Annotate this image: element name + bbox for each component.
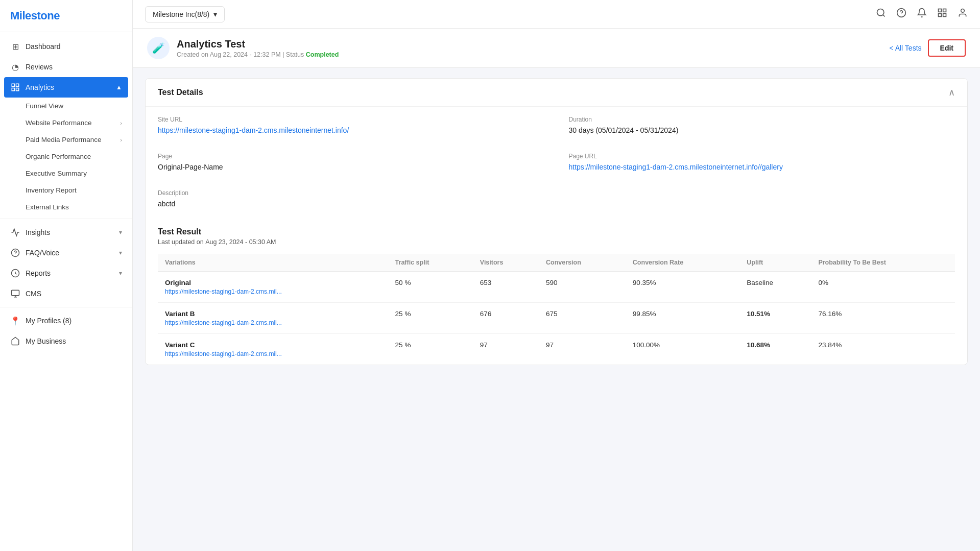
page-content: 🧪 Analytics Test Created on Aug 22, 2024…	[133, 29, 980, 551]
cell-traffic-0: 50 %	[388, 272, 473, 303]
duration-block: Duration 30 days (05/01/2024 - 05/31/202…	[557, 107, 968, 143]
site-url-block: Site URL https://milestone-staging1-dam-…	[146, 107, 557, 143]
my-profiles-icon: 📍	[10, 316, 20, 326]
reports-label: Reports	[26, 269, 114, 277]
sidebar-item-paid-media[interactable]: Paid Media Performance ›	[0, 131, 132, 148]
page-url-block: Page URL https://milestone-staging1-dam-…	[557, 143, 968, 180]
page-label: Page	[158, 153, 544, 160]
sidebar-item-analytics[interactable]: Analytics ▲	[4, 77, 128, 98]
website-perf-chevron-icon: ›	[120, 120, 122, 126]
sidebar-item-reviews[interactable]: ◔ Reviews	[0, 57, 132, 77]
edit-button[interactable]: Edit	[928, 39, 966, 57]
status-badge: Completed	[306, 51, 339, 58]
svg-rect-3	[16, 88, 19, 91]
page-url-value[interactable]: https://milestone-staging1-dam-2.cms.mil…	[569, 163, 955, 171]
collapse-icon[interactable]: ∧	[948, 87, 955, 98]
help-icon[interactable]	[896, 8, 906, 20]
col-uplift: Uplift	[739, 254, 811, 272]
variation-name-2: Variant C	[165, 341, 381, 349]
sidebar-item-dashboard[interactable]: ⊞ Dashboard	[0, 36, 132, 57]
company-name: Milestone Inc(8/8)	[153, 10, 209, 18]
results-table: Variations Traffic split Visitors Conver…	[158, 254, 955, 365]
svg-rect-14	[939, 9, 942, 12]
svg-rect-15	[943, 9, 946, 12]
analytics-subnav: Funnel View Website Performance › Paid M…	[0, 98, 132, 215]
cms-label: CMS	[26, 290, 122, 298]
cell-visitors-2: 97	[473, 334, 539, 365]
topbar-icons	[876, 8, 968, 20]
page-url-label: Page URL	[569, 153, 955, 160]
my-business-icon	[10, 336, 20, 346]
sidebar-item-website-performance[interactable]: Website Performance ›	[0, 114, 132, 131]
sidebar-item-insights[interactable]: Insights ▾	[0, 222, 132, 243]
page-icon: 🧪	[147, 37, 170, 59]
all-tests-link[interactable]: < All Tests	[889, 44, 921, 52]
cell-traffic-1: 25 %	[388, 303, 473, 334]
cell-uplift-1: 10.51%	[739, 303, 811, 334]
sidebar-item-executive-summary[interactable]: Executive Summary	[0, 165, 132, 182]
sidebar-item-organic-performance[interactable]: Organic Performance	[0, 148, 132, 165]
main-area: Milestone Inc(8/8) ▾	[133, 0, 980, 551]
grid-icon[interactable]	[937, 8, 947, 20]
cell-variation-0: Original https://milestone-staging1-dam-…	[158, 272, 388, 303]
variation-url-1[interactable]: https://milestone-staging1-dam-2.cms.mil…	[165, 319, 381, 326]
variation-url-0[interactable]: https://milestone-staging1-dam-2.cms.mil…	[165, 288, 381, 295]
cell-probability-1: 76.16%	[811, 303, 955, 334]
cell-conv-rate-2: 100.00%	[626, 334, 740, 365]
last-updated-prefix: Last updated on	[158, 238, 204, 246]
description-value: abctd	[158, 200, 955, 208]
description-block: Description abctd	[146, 180, 967, 217]
last-updated-date: Aug 23, 2024 - 05:30 AM	[205, 238, 276, 246]
site-url-label: Site URL	[158, 116, 544, 123]
col-probability: Probability To Be Best	[811, 254, 955, 272]
reviews-icon: ◔	[10, 62, 20, 72]
faq-chevron-icon: ▾	[119, 249, 122, 256]
sidebar-item-my-business[interactable]: My Business	[0, 331, 132, 351]
cell-uplift-0: Baseline	[739, 272, 811, 303]
topbar-left: Milestone Inc(8/8) ▾	[145, 6, 225, 22]
col-conversion: Conversion	[539, 254, 626, 272]
sidebar-item-my-profiles[interactable]: 📍 My Profiles (8)	[0, 310, 132, 331]
cell-probability-0: 0%	[811, 272, 955, 303]
divider-2	[0, 307, 132, 307]
site-url-value[interactable]: https://milestone-staging1-dam-2.cms.mil…	[158, 126, 544, 134]
variation-url-2[interactable]: https://milestone-staging1-dam-2.cms.mil…	[165, 350, 381, 357]
sidebar-item-cms[interactable]: CMS	[0, 283, 132, 304]
created-date: Aug 22, 2024 - 12:32 PM	[210, 51, 281, 58]
cell-variation-2: Variant C https://milestone-staging1-dam…	[158, 334, 388, 365]
my-business-label: My Business	[26, 337, 122, 345]
sidebar-item-inventory-report[interactable]: Inventory Report	[0, 182, 132, 199]
search-icon[interactable]	[876, 8, 886, 20]
cell-probability-2: 23.84%	[811, 334, 955, 365]
sidebar-item-external-links[interactable]: External Links	[0, 199, 132, 215]
svg-rect-2	[12, 88, 14, 91]
sidebar-item-reports[interactable]: Reports ▾	[0, 263, 132, 283]
insights-label: Insights	[26, 228, 114, 236]
inventory-report-label: Inventory Report	[26, 186, 77, 194]
analytics-chevron-icon: ▲	[116, 84, 122, 91]
company-selector[interactable]: Milestone Inc(8/8) ▾	[145, 6, 225, 22]
page-header-left: 🧪 Analytics Test Created on Aug 22, 2024…	[147, 37, 339, 59]
faq-label: FAQ/Voice	[26, 249, 114, 257]
duration-label: Duration	[569, 116, 955, 123]
svg-rect-17	[943, 14, 946, 17]
user-icon[interactable]	[958, 8, 968, 20]
organic-performance-label: Organic Performance	[26, 153, 91, 160]
col-conversion-rate: Conversion Rate	[626, 254, 740, 272]
cms-icon	[10, 289, 20, 299]
svg-point-10	[877, 9, 884, 16]
table-row: Variant B https://milestone-staging1-dam…	[158, 303, 955, 334]
notification-icon[interactable]	[917, 8, 927, 20]
page-block: Page Original-Page-Name	[146, 143, 557, 180]
sidebar-item-faq-voice[interactable]: FAQ/Voice ▾	[0, 243, 132, 263]
reports-icon	[10, 268, 20, 278]
reports-chevron-icon: ▾	[119, 270, 122, 277]
cell-uplift-2: 10.68%	[739, 334, 811, 365]
topbar: Milestone Inc(8/8) ▾	[133, 0, 980, 29]
external-links-label: External Links	[26, 203, 69, 211]
variation-name-0: Original	[165, 279, 381, 286]
sidebar-item-funnel-view[interactable]: Funnel View	[0, 98, 132, 114]
created-prefix: Created on	[177, 51, 208, 58]
col-variations: Variations	[158, 254, 388, 272]
page-title: Analytics Test	[177, 38, 339, 50]
